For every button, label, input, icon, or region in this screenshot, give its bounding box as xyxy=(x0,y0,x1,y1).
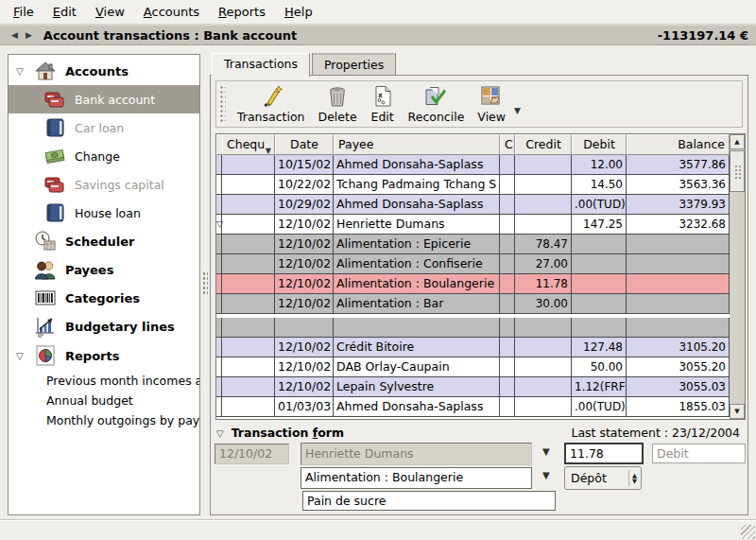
sidebar-item-bank-account[interactable]: Bank account xyxy=(9,85,199,113)
table-row-split[interactable]: 12/10/02Alimentation : Bar30.00 xyxy=(216,294,730,314)
sidebar-item-car-loan[interactable]: Car loan xyxy=(9,113,199,142)
sidebar-item-scheduler[interactable]: Scheduler xyxy=(9,227,199,255)
view-grid-icon xyxy=(479,84,504,109)
menu-accounts[interactable]: Accounts xyxy=(134,1,209,23)
table-row[interactable]: 12/10/02DAB Orlay-Caupain50.003055.20 xyxy=(216,357,730,377)
transactions-table: Chequ▼ Date Payee C Credit Debit Balance… xyxy=(215,133,746,420)
menu-help[interactable]: Help xyxy=(275,1,322,23)
expander-open-icon[interactable]: ▽ xyxy=(16,351,24,361)
form-debit-field[interactable]: Debit xyxy=(652,444,746,463)
previous-account-arrow-icon[interactable]: ◀ xyxy=(8,26,22,44)
header-balance[interactable]: Balance xyxy=(627,134,730,155)
pane-splitter[interactable] xyxy=(200,54,210,515)
sidebar-item-savings-capital[interactable]: Savings capital xyxy=(9,170,199,199)
home-icon xyxy=(33,59,58,83)
header-c[interactable]: C xyxy=(500,134,515,155)
table-row[interactable]: 10/15/02Ahmed Donsaha-Saplass12.003577.8… xyxy=(216,155,730,175)
reconcile-button[interactable]: Reconcile xyxy=(403,83,471,125)
sidebar-item-budgetary-lines[interactable]: Budgetary lines xyxy=(9,312,199,340)
form-amount-field[interactable]: 11.78 xyxy=(564,443,644,464)
view-dropdown-arrow-icon[interactable]: ▼ xyxy=(514,93,521,115)
edit-button[interactable]: Edit xyxy=(365,83,401,125)
sidebar-item-reports[interactable]: ▽ Reports xyxy=(9,340,199,371)
status-bar xyxy=(0,519,756,540)
edit-document-icon xyxy=(370,84,395,109)
header-cheque[interactable]: Chequ▼ xyxy=(222,134,275,155)
notebook-tabs: Transactions Properties xyxy=(212,54,398,76)
next-account-arrow-icon[interactable]: ▶ xyxy=(22,26,36,44)
table-row[interactable]: 12/10/02Lepain Sylvestre1.12(FRF)3055.03 xyxy=(216,377,730,397)
sidebar-item-accounts[interactable]: ▽ Accounts xyxy=(9,57,199,85)
table-row-split[interactable]: 12/10/02Alimentation : Confiserie27.00 xyxy=(216,254,730,274)
form-expander-icon[interactable]: ▽ xyxy=(216,428,224,439)
view-button[interactable]: View xyxy=(472,83,511,125)
sidebar-item-categories[interactable]: Categories xyxy=(9,284,199,312)
form-date-field[interactable]: 12/10/02 xyxy=(215,444,289,464)
tab-transactions[interactable]: Transactions xyxy=(212,53,310,77)
table-row[interactable]: 01/03/03Ahmed Donsaha-Saplass.00(TUD)185… xyxy=(216,397,730,417)
scrollbar-thumb[interactable] xyxy=(730,150,745,192)
pen-plus-icon xyxy=(259,84,284,109)
delete-button[interactable]: Delete xyxy=(313,83,363,125)
payee-combo-arrow-icon[interactable]: ▼ xyxy=(542,446,550,457)
people-icon xyxy=(33,257,58,282)
sidebar-report-monthly-outgoings[interactable]: Monthly outgoings by payee xyxy=(9,410,199,430)
header-debit[interactable]: Debit xyxy=(572,134,627,155)
menu-reports[interactable]: Reports xyxy=(209,1,275,23)
form-method-spinner[interactable]: Dépôt ▲▼ xyxy=(564,466,642,490)
chart-icon xyxy=(33,314,58,339)
scroll-down-icon[interactable]: ▼ xyxy=(730,404,745,419)
scroll-up-icon[interactable]: ▲ xyxy=(730,134,745,149)
book-icon xyxy=(43,115,67,140)
account-title-bar: ◀ ▶ Account transactions : Bank account … xyxy=(0,25,756,45)
table-row-split[interactable] xyxy=(216,318,730,338)
form-category-field[interactable]: Alimentation : Boulangerie xyxy=(301,467,532,489)
tab-properties[interactable]: Properties xyxy=(312,53,396,76)
expander-open-icon[interactable]: ▽ xyxy=(16,66,24,77)
header-date[interactable]: Date xyxy=(275,134,334,155)
reconcile-check-icon xyxy=(423,84,448,109)
book-icon xyxy=(43,200,67,225)
table-row[interactable]: 10/22/02Tchang Padmaing Tchang S14.50356… xyxy=(216,175,730,195)
table-row[interactable]: ▽12/10/02Henriette Dumans147.253232.68 xyxy=(216,215,730,235)
sidebar-item-payees[interactable]: Payees xyxy=(9,255,199,284)
sidebar-report-annual-budget[interactable]: Annual budget xyxy=(9,391,199,410)
category-combo-arrow-icon[interactable]: ▼ xyxy=(542,470,550,480)
trash-icon xyxy=(325,84,350,109)
sort-arrow-icon[interactable]: ▼ xyxy=(266,142,271,155)
spinner-arrows-icon[interactable]: ▲▼ xyxy=(632,473,641,484)
money-icon xyxy=(43,144,67,168)
table-row-split[interactable]: 12/10/02Alimentation : Epicerie78.47 xyxy=(216,235,730,254)
table-body: 10/15/02Ahmed Donsaha-Saplass12.003577.8… xyxy=(216,155,730,417)
pie-report-icon xyxy=(33,343,58,368)
navigation-tree: ▽ Accounts Bank account Car loan Change … xyxy=(8,54,200,515)
table-row[interactable]: 10/29/02Ahmed Donsaha-Saplass.00(TUD)337… xyxy=(216,195,730,215)
table-row[interactable]: 12/10/02Crédit Bitoire127.483105.20 xyxy=(216,338,730,357)
sidebar-item-change[interactable]: Change xyxy=(9,142,199,170)
toolbar-grip-icon[interactable] xyxy=(219,85,226,123)
menu-view[interactable]: View xyxy=(86,1,134,23)
table-scrollbar[interactable]: ▲ ▼ xyxy=(730,134,745,419)
table-row-split-selected[interactable]: 12/10/02Alimentation : Boulangerie11.78 xyxy=(216,274,730,294)
toolbar: Transaction Delete Edit Reconcile View ▼ xyxy=(215,80,743,128)
credit-card-icon xyxy=(43,87,67,112)
transactions-panel: Transaction Delete Edit Reconcile View ▼… xyxy=(210,75,748,515)
splitter-grip-icon xyxy=(202,271,208,296)
header-payee[interactable]: Payee xyxy=(334,134,500,155)
menu-bar: File Edit View Accounts Reports Help xyxy=(0,0,756,25)
transaction-form-title: Transaction form xyxy=(232,426,344,440)
form-notes-field[interactable]: Pain de sucre xyxy=(302,491,556,511)
form-payee-field[interactable]: Henriette Dumans xyxy=(301,443,532,465)
last-statement-label: Last statement : 23/12/2004 xyxy=(571,426,740,440)
page-title: Account transactions : Bank account xyxy=(43,28,297,43)
account-balance: -113197.14 € xyxy=(658,28,748,43)
header-credit[interactable]: Credit xyxy=(515,134,572,155)
transaction-form-header: ▽ Transaction form Last statement : 23/1… xyxy=(216,426,742,441)
window-resize-grip-icon[interactable] xyxy=(741,525,755,539)
menu-edit[interactable]: Edit xyxy=(43,1,86,23)
sidebar-item-house-loan[interactable]: House loan xyxy=(9,199,199,227)
new-transaction-button[interactable]: Transaction xyxy=(232,83,311,125)
table-header: Chequ▼ Date Payee C Credit Debit Balance xyxy=(216,134,730,155)
sidebar-report-previous-month[interactable]: Previous month incomes and xyxy=(9,371,199,391)
menu-file[interactable]: File xyxy=(4,1,43,23)
